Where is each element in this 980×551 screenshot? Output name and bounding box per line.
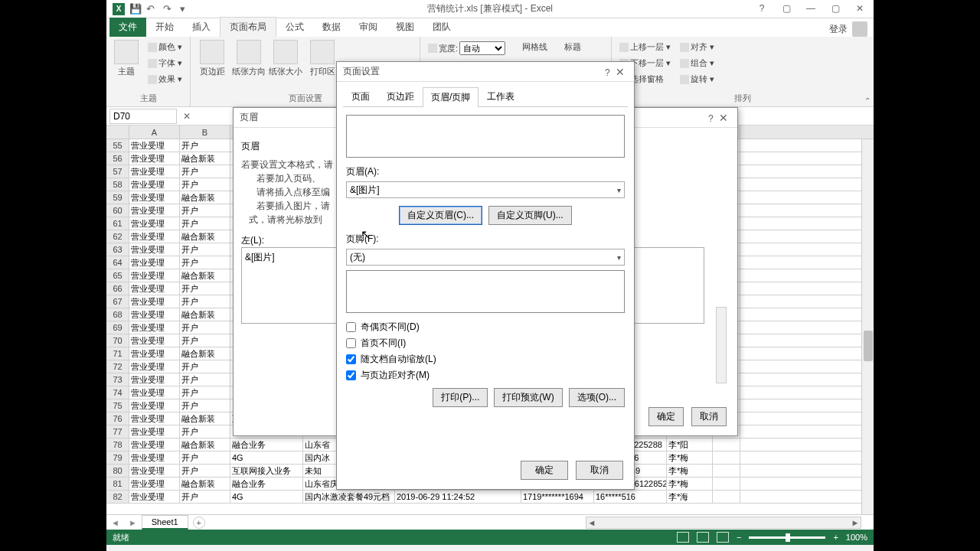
row-header[interactable]: 82 (106, 491, 129, 503)
row-header[interactable]: 68 (106, 308, 129, 321)
cell[interactable]: 营业受理 (129, 282, 180, 295)
cell[interactable]: 营业受理 (129, 360, 180, 373)
cell[interactable]: 营业受理 (129, 334, 180, 347)
cell[interactable]: 营业受理 (129, 256, 180, 269)
row-header[interactable]: 79 (106, 452, 129, 464)
sheet-tab-sheet1[interactable]: Sheet1 (142, 515, 188, 530)
themes-button[interactable]: 主题 (111, 40, 142, 77)
cell[interactable]: 营业受理 (129, 439, 180, 451)
row-header[interactable]: 73 (106, 373, 129, 386)
cell[interactable]: 开户 (180, 139, 230, 152)
vertical-scrollbar[interactable] (861, 139, 874, 514)
row-header[interactable]: 64 (106, 256, 129, 269)
cell[interactable]: 李*梅 (667, 452, 713, 464)
row-header[interactable]: 77 (106, 425, 129, 438)
cell[interactable]: 营业受理 (129, 399, 180, 412)
row-header[interactable]: 72 (106, 360, 129, 373)
scale-with-doc-checkbox[interactable] (346, 354, 356, 364)
select-all-corner[interactable] (106, 126, 129, 139)
rotate-button[interactable]: 旋转 ▾ (677, 72, 717, 86)
cell[interactable]: 李*海 (667, 491, 713, 503)
odd-even-checkbox[interactable] (346, 322, 356, 332)
horizontal-scrollbar[interactable]: ◄► (586, 517, 861, 529)
avatar-icon[interactable] (852, 21, 867, 37)
cell[interactable]: 开户 (180, 399, 230, 412)
ribbon-display-icon[interactable]: ▢ (779, 3, 794, 15)
cell[interactable]: 营业受理 (129, 321, 180, 334)
row-header[interactable]: 75 (106, 399, 129, 412)
sheet-nav-prev-icon[interactable]: ◄ (106, 518, 124, 527)
cell[interactable]: 营业受理 (129, 165, 180, 178)
cell[interactable]: 1719*******1694 (521, 491, 594, 503)
cell[interactable]: 开户 (180, 204, 230, 217)
cell[interactable]: 4G (230, 491, 303, 503)
custom-header-button[interactable]: 自定义页眉(C)... (399, 206, 482, 225)
cell[interactable]: 融合新装 (180, 347, 230, 360)
row-header[interactable]: 59 (106, 191, 129, 204)
qat-dropdown-icon[interactable]: ▾ (180, 3, 192, 15)
cell[interactable]: 开户 (180, 452, 230, 464)
row-header[interactable]: 63 (106, 243, 129, 256)
cell[interactable] (713, 452, 740, 464)
cell[interactable]: 融合新装 (180, 152, 230, 165)
row-header[interactable]: 80 (106, 465, 129, 477)
cell[interactable]: 李*梅 (667, 465, 713, 477)
align-button[interactable]: 对齐 ▾ (677, 40, 717, 54)
tab-data[interactable]: 数据 (313, 18, 350, 37)
cell[interactable]: 融合新装 (180, 439, 230, 451)
add-sheet-icon[interactable]: + (193, 517, 205, 529)
header-dialog-ok-button[interactable]: 确定 (648, 407, 684, 426)
undo-icon[interactable]: ↶ (146, 3, 158, 15)
tab-home[interactable]: 开始 (146, 18, 183, 37)
sheet-nav-next-icon[interactable]: ► (124, 518, 142, 527)
cell[interactable]: 开户 (180, 360, 230, 373)
bring-forward-button[interactable]: 上移一层 ▾ (616, 40, 674, 54)
cell[interactable]: 开户 (180, 465, 230, 477)
normal-view-icon[interactable] (677, 532, 689, 543)
cell[interactable]: 营业受理 (129, 217, 180, 230)
cell[interactable]: 营业受理 (129, 308, 180, 321)
tab-view[interactable]: 视图 (387, 18, 423, 37)
cell[interactable]: 营业受理 (129, 191, 180, 204)
tab-page-layout[interactable]: 页面布局 (220, 17, 276, 37)
row-header[interactable]: 62 (106, 230, 129, 243)
header-textarea-scrollbar[interactable] (716, 307, 727, 383)
cell[interactable]: 营业受理 (129, 412, 180, 425)
row-header[interactable]: 78 (106, 439, 129, 451)
tab-team[interactable]: 团队 (423, 18, 460, 37)
custom-footer-button[interactable]: 自定义页脚(U)... (488, 206, 572, 225)
cell[interactable]: 李*梅 (667, 478, 713, 490)
cell[interactable]: 开户 (180, 217, 230, 230)
align-margins-checkbox[interactable] (346, 370, 356, 380)
cell[interactable]: 4G (230, 452, 303, 464)
cell[interactable]: 营业受理 (129, 373, 180, 386)
page-setup-close-icon[interactable]: ✕ (612, 66, 628, 78)
footer-combo[interactable]: (无)▾ (346, 249, 625, 266)
redo-icon[interactable]: ↷ (163, 3, 175, 15)
row-header[interactable]: 71 (106, 347, 129, 360)
cell[interactable]: 开户 (180, 165, 230, 178)
header-dialog-close-icon[interactable]: ✕ (716, 112, 731, 124)
page-setup-help-icon[interactable]: ? (605, 67, 610, 78)
zoom-slider[interactable] (749, 536, 825, 539)
tab-insert[interactable]: 插入 (183, 18, 220, 37)
page-layout-view-icon[interactable] (697, 532, 709, 543)
first-page-checkbox[interactable] (346, 338, 356, 348)
cell[interactable]: 开户 (180, 295, 230, 308)
orientation-button[interactable]: 纸张方向 (232, 40, 266, 77)
cell[interactable]: 营业受理 (129, 452, 180, 464)
effects-button[interactable]: 效果 ▾ (145, 72, 185, 86)
zoom-percent[interactable]: 100% (846, 533, 867, 542)
cell[interactable]: 营业受理 (129, 243, 180, 256)
column-header[interactable]: B (180, 126, 230, 139)
cell[interactable]: 开户 (180, 321, 230, 334)
row-header[interactable]: 60 (106, 204, 129, 217)
ps-tab-margins[interactable]: 页边距 (378, 86, 423, 106)
cancel-fx-icon[interactable]: ✕ (183, 111, 191, 122)
cell[interactable]: 融合新装 (180, 269, 230, 282)
cell[interactable]: 开户 (180, 178, 230, 191)
cell[interactable]: 营业受理 (129, 269, 180, 282)
header-dialog-help-icon[interactable]: ? (708, 113, 714, 124)
maximize-icon[interactable]: ▢ (828, 3, 843, 15)
print-preview-button[interactable]: 打印预览(W) (494, 388, 562, 407)
